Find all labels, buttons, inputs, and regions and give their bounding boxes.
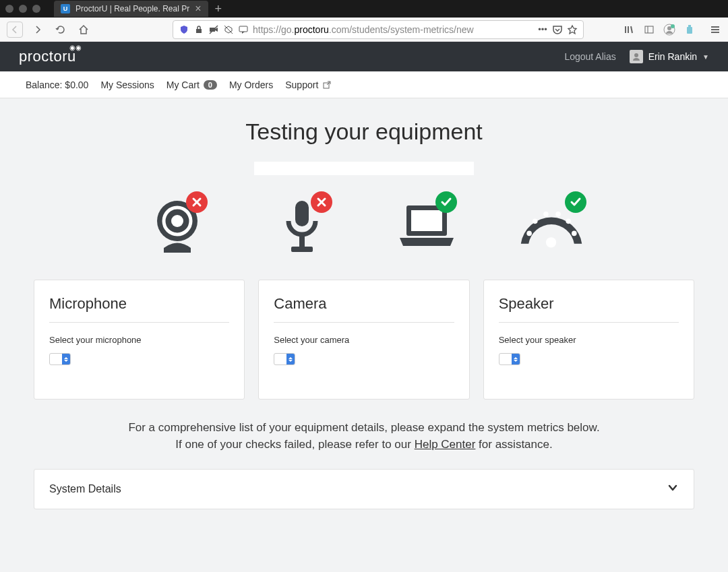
tab-favicon-icon: U xyxy=(61,4,70,13)
status-fail-icon xyxy=(186,191,208,213)
svg-line-7 xyxy=(631,26,632,33)
shield-icon[interactable] xyxy=(179,24,189,35)
new-tab-button[interactable]: + xyxy=(215,2,222,16)
logo[interactable]: proctor◉◉u xyxy=(19,48,76,65)
svg-point-33 xyxy=(572,231,577,236)
nav-cart[interactable]: My Cart 0 xyxy=(166,80,217,90)
main-content: Testing your equipment xyxy=(0,98,728,530)
nav-support-label: Support xyxy=(285,80,318,90)
owl-icon: ◉◉ xyxy=(69,44,82,51)
toolbar-right xyxy=(623,24,721,36)
camera-blocked-icon[interactable] xyxy=(208,24,219,35)
camera-select[interactable] xyxy=(274,353,295,365)
card-title: Speaker xyxy=(499,295,679,313)
equipment-camera xyxy=(144,195,211,256)
url-text: https://go.proctoru.com/students/system-… xyxy=(253,24,533,35)
equipment-microphone xyxy=(268,195,336,256)
browser-chrome: U ProctorU | Real People. Real Pr × + xyxy=(0,0,728,42)
lock-icon[interactable] xyxy=(193,24,204,35)
svg-rect-27 xyxy=(411,210,442,231)
select-arrows-icon xyxy=(62,354,70,364)
progress-placeholder xyxy=(254,162,474,175)
nav-support[interactable]: Support xyxy=(285,80,332,90)
speaker-select[interactable] xyxy=(499,353,520,365)
home-icon xyxy=(78,24,89,35)
permissions-icon[interactable] xyxy=(223,24,234,35)
menu-icon[interactable] xyxy=(709,24,721,36)
extension-icon[interactable] xyxy=(684,24,696,36)
pocket-icon[interactable] xyxy=(552,24,563,35)
system-details-accordion[interactable]: System Details xyxy=(34,469,694,509)
header-right: Logout Alias Erin Rankin ▼ xyxy=(564,50,709,63)
microphone-select[interactable] xyxy=(49,353,71,365)
browser-toolbar: https://go.proctoru.com/students/system-… xyxy=(0,18,728,42)
nav-balance[interactable]: Balance: $0.00 xyxy=(26,80,88,90)
svg-point-11 xyxy=(667,26,671,30)
logout-link[interactable]: Logout Alias xyxy=(564,51,615,62)
nav-sessions[interactable]: My Sessions xyxy=(100,80,154,90)
help-center-link[interactable]: Help Center xyxy=(415,438,476,451)
cart-count-badge: 0 xyxy=(204,80,217,90)
chevron-down-icon xyxy=(667,482,679,497)
help-line2: If one of your checks failed, please ref… xyxy=(34,437,694,453)
card-label: Select your microphone xyxy=(49,335,229,345)
nav-cart-label: My Cart xyxy=(166,80,200,90)
nav-orders[interactable]: My Orders xyxy=(229,80,273,90)
logo-u: ◉◉u xyxy=(67,48,76,65)
tab-close-icon[interactable]: × xyxy=(195,3,201,15)
library-icon[interactable] xyxy=(623,24,635,36)
window-close[interactable] xyxy=(5,5,13,13)
arrow-right-icon xyxy=(32,24,43,35)
window-maximize[interactable] xyxy=(32,5,40,13)
svg-point-32 xyxy=(566,219,571,224)
help-text: For a comprehensive list of your equipme… xyxy=(34,420,694,453)
svg-point-29 xyxy=(532,219,537,224)
svg-point-28 xyxy=(526,231,532,236)
svg-rect-24 xyxy=(299,234,305,247)
window-minimize[interactable] xyxy=(19,5,27,13)
divider xyxy=(274,322,454,323)
divider xyxy=(499,322,679,323)
card-label: Select your speaker xyxy=(499,335,679,345)
status-fail-icon xyxy=(311,191,332,213)
caret-down-icon: ▼ xyxy=(702,53,709,61)
svg-rect-4 xyxy=(239,26,247,32)
bookmark-icon[interactable] xyxy=(567,24,578,35)
svg-point-30 xyxy=(543,212,549,217)
chat-icon[interactable] xyxy=(238,24,249,35)
tab-strip: U ProctorU | Real People. Real Pr × + xyxy=(0,0,728,18)
device-cards: Microphone Select your microphone Camera… xyxy=(34,280,694,400)
avatar-icon xyxy=(630,50,643,63)
card-label: Select your camera xyxy=(274,335,454,345)
site-header: proctor◉◉u Logout Alias Erin Rankin ▼ xyxy=(0,42,728,71)
traffic-lights xyxy=(5,5,40,13)
url-bar[interactable]: https://go.proctoru.com/students/system-… xyxy=(173,20,584,39)
user-menu[interactable]: Erin Rankin ▼ xyxy=(630,50,709,63)
status-pass-icon xyxy=(565,191,586,213)
account-icon[interactable] xyxy=(663,24,675,36)
svg-rect-0 xyxy=(196,29,202,33)
user-name: Erin Rankin xyxy=(648,51,697,62)
card-title: Microphone xyxy=(49,295,229,313)
logo-text: proctor xyxy=(19,48,67,65)
page-actions-icon[interactable]: ••• xyxy=(537,24,548,35)
reload-icon xyxy=(55,24,66,35)
svg-rect-25 xyxy=(291,247,313,252)
forward-button[interactable] xyxy=(30,22,46,38)
browser-tab[interactable]: U ProctorU | Real People. Real Pr × xyxy=(54,1,208,17)
svg-rect-13 xyxy=(687,27,692,34)
sidebar-icon[interactable] xyxy=(643,24,655,36)
reload-button[interactable] xyxy=(53,22,69,38)
microphone-card: Microphone Select your microphone xyxy=(34,280,245,400)
tab-title: ProctorU | Real People. Real Pr xyxy=(75,4,189,13)
status-pass-icon xyxy=(435,191,457,213)
equipment-row xyxy=(34,195,694,256)
equipment-computer xyxy=(393,195,460,256)
back-button[interactable] xyxy=(7,22,23,38)
svg-point-18 xyxy=(634,53,638,57)
arrow-left-icon xyxy=(9,24,20,35)
home-button[interactable] xyxy=(75,22,92,38)
svg-point-31 xyxy=(555,212,561,217)
svg-line-3 xyxy=(224,26,233,34)
divider xyxy=(49,322,229,323)
